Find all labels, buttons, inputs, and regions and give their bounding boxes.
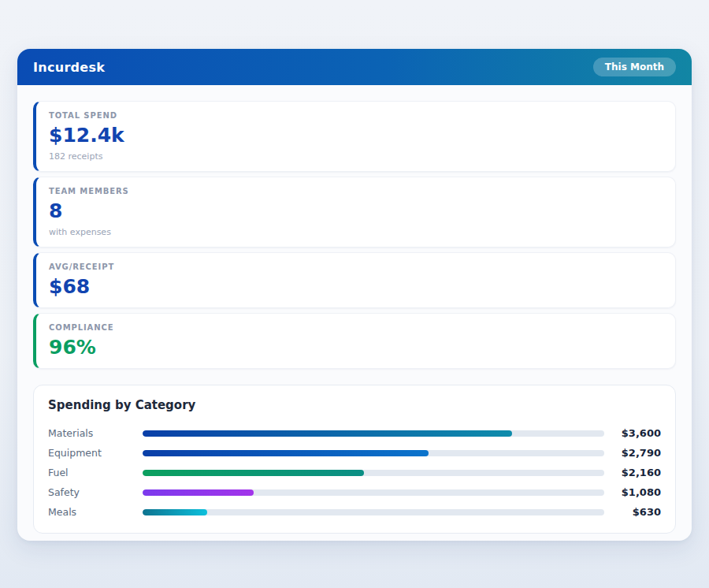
period-badge[interactable]: This Month (593, 58, 676, 76)
category-label: Fuel (48, 467, 136, 478)
stat-value: 96% (49, 336, 663, 359)
stat-card: TEAM MEMBERS 8 with expenses (33, 177, 676, 247)
spending-chart-card: Spending by Category Materials $3,600 Eq… (33, 385, 676, 534)
stat-label: COMPLIANCE (49, 322, 663, 333)
stat-card: COMPLIANCE 96% (33, 313, 676, 369)
category-label: Equipment (48, 447, 136, 459)
chart-title: Spending by Category (48, 398, 661, 412)
category-bar-fill (143, 450, 429, 456)
stat-value: 8 (49, 199, 663, 223)
chart-row: Fuel $2,160 (48, 463, 661, 482)
app-title: Incurdesk (33, 60, 105, 75)
category-bar-fill (143, 430, 512, 437)
stat-label: TEAM MEMBERS (49, 186, 663, 196)
stat-subtext: with expenses (49, 226, 663, 238)
chart-row: Meals $630 (48, 502, 661, 522)
stat-value: $12.4k (49, 124, 663, 147)
category-value: $2,160 (611, 467, 661, 478)
category-label: Meals (48, 506, 136, 518)
bar-track (143, 470, 604, 476)
stat-label: AVG/RECEIPT (49, 262, 663, 272)
category-value: $1,080 (611, 486, 661, 498)
stat-subtext: 182 receipts (49, 151, 663, 162)
category-label: Safety (48, 486, 136, 498)
stat-label: TOTAL SPEND (49, 110, 663, 121)
bar-track (143, 430, 604, 437)
category-bar-fill (143, 470, 364, 476)
stat-value: $68 (49, 275, 663, 299)
chart-row: Equipment $2,790 (48, 443, 661, 463)
bar-track (143, 489, 604, 496)
stat-card: TOTAL SPEND $12.4k 182 receipts (33, 101, 676, 172)
category-label: Materials (48, 427, 136, 439)
category-value: $630 (611, 506, 661, 518)
bar-track (143, 450, 604, 456)
category-value: $3,600 (611, 427, 661, 439)
app-header: Incurdesk This Month (17, 49, 692, 85)
stat-card: AVG/RECEIPT $68 (33, 252, 676, 308)
category-bar-fill (143, 509, 207, 515)
category-bar-fill (143, 489, 254, 496)
dashboard-panel: Incurdesk This Month TOTAL SPEND $12.4k … (17, 49, 692, 541)
chart-row: Materials $3,600 (48, 423, 661, 443)
category-value: $2,790 (611, 447, 661, 459)
dashboard-content: TOTAL SPEND $12.4k 182 receipts TEAM MEM… (17, 85, 692, 541)
bar-track (143, 509, 604, 515)
chart-row: Safety $1,080 (48, 482, 661, 502)
